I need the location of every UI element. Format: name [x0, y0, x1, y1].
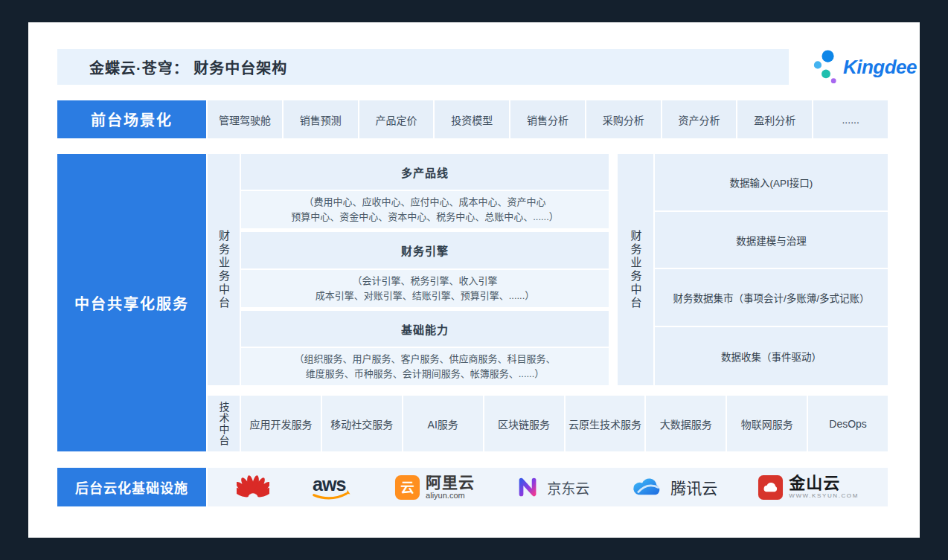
- finance-data-boxes: 数据输入(API接口) 数据建模与治理 财务数据集市（事项会计/多账薄/多式记账…: [655, 154, 888, 385]
- tencentcloud-icon: [630, 474, 665, 500]
- front-tab: 盈利分析: [737, 100, 812, 138]
- tech-service-cell: 大数据服务: [646, 396, 726, 451]
- tech-service-cell: DesOps: [808, 396, 888, 451]
- data-platform-box: 财务数据集市（事项会计/多账薄/多式记账）: [655, 269, 888, 326]
- huawei-icon: [237, 473, 269, 501]
- front-tab: 产品定价: [359, 100, 434, 138]
- vendor-logo-aws: aws: [310, 473, 354, 502]
- tech-service-cell: AI服务: [403, 396, 483, 451]
- tech-service-cell: 移动社交服务: [322, 396, 402, 451]
- kingdee-wordmark: Kingdee: [843, 56, 917, 79]
- aliyun-name: 阿里云: [426, 474, 475, 491]
- backend-infra-label: 后台云化基础设施: [57, 468, 206, 506]
- tech-service-cell: 应用开发服务: [241, 396, 321, 451]
- tencentcloud-name: 腾讯云: [670, 476, 717, 498]
- section-detail: （费用中心、应收中心、应付中心、成本中心、资产中心 预算中心、资金中心、资本中心…: [241, 191, 609, 228]
- ksyun-icon: [758, 474, 784, 501]
- section-header: 财务引擎: [241, 232, 609, 268]
- cloud-vendor-band: aws 云 阿里云 aliyun.com: [208, 468, 888, 506]
- front-tab: ......: [813, 100, 888, 138]
- tech-service-cell: 区块链服务: [484, 396, 564, 451]
- ksyun-sub: WWW.KSYUN.COM: [789, 493, 859, 499]
- section-header: 多产品线: [241, 154, 609, 190]
- finance-business-platform-label-left: 财务业务中台: [208, 154, 240, 385]
- tech-platform-label: 技术中台: [208, 396, 240, 451]
- section-header: 基础能力: [241, 311, 609, 347]
- finance-business-platform-label-right: 财务业务中台: [618, 154, 653, 385]
- vendor-logo-huawei: [237, 473, 269, 501]
- architecture-diagram: 金蝶云·苍穹： 财务中台架构 Kingdee 前台场景化 管理驾驶舱 销售预测 …: [28, 22, 920, 538]
- page-title: 金蝶云·苍穹： 财务中台架构: [57, 57, 287, 78]
- front-stage-tabs: 管理驾驶舱 销售预测 产品定价 投资模型 销售分析 采购分析 资产分析 盈利分析…: [208, 100, 888, 138]
- front-tab: 资产分析: [662, 100, 737, 138]
- data-platform-box: 数据输入(API接口): [655, 154, 888, 210]
- front-tab: 管理驾驶舱: [208, 100, 282, 138]
- vendor-logo-jdcloud: 京东云: [515, 474, 589, 501]
- tech-service-cell: 云原生技术服务: [566, 396, 645, 451]
- front-tab: 采购分析: [586, 100, 661, 138]
- aliyun-sub: aliyun.com: [426, 492, 475, 501]
- jdcloud-name: 京东云: [547, 477, 589, 498]
- kingdee-logo: Kingdee: [796, 48, 917, 86]
- ksyun-name: 金山云: [789, 474, 859, 492]
- kingdee-dots-icon: [813, 50, 839, 84]
- aws-icon: aws: [310, 473, 354, 502]
- section-detail: （会计引擎、税务引擎、收入引擎 成本引擎、对账引擎、结账引擎、预算引擎、....…: [241, 270, 609, 307]
- front-tab: 销售分析: [510, 100, 585, 138]
- vendor-logo-ksyun: 金山云 WWW.KSYUN.COM: [758, 474, 859, 501]
- header-band: 金蝶云·苍穹： 财务中台架构: [57, 49, 789, 85]
- data-platform-box: 数据收集（事件驱动）: [655, 327, 888, 385]
- aws-wordmark: aws: [313, 474, 346, 495]
- front-stage-label: 前台场景化: [57, 100, 206, 138]
- vendor-logo-tencentcloud: 腾讯云: [630, 474, 717, 500]
- tech-service-cell: 物联网服务: [727, 396, 807, 451]
- vendor-logo-aliyun: 云 阿里云 aliyun.com: [394, 474, 475, 501]
- middle-shared-services-label: 中台共享化服务: [57, 154, 206, 451]
- finance-business-sections: 多产品线 （费用中心、应收中心、应付中心、成本中心、资产中心 预算中心、资金中心…: [241, 154, 609, 385]
- front-tab: 销售预测: [284, 100, 358, 138]
- tech-service-cells: 应用开发服务 移动社交服务 AI服务 区块链服务 云原生技术服务 大数据服务 物…: [241, 396, 888, 451]
- data-platform-box: 数据建模与治理: [655, 212, 888, 268]
- aliyun-icon: 云: [394, 474, 420, 501]
- front-tab: 投资模型: [435, 100, 509, 138]
- section-detail: （组织服务、用户服务、客户服务、供应商服务、科目服务、 维度服务、币种服务、会计…: [241, 348, 609, 385]
- aliyun-glyph: 云: [400, 480, 414, 495]
- jdcloud-icon: [515, 474, 542, 501]
